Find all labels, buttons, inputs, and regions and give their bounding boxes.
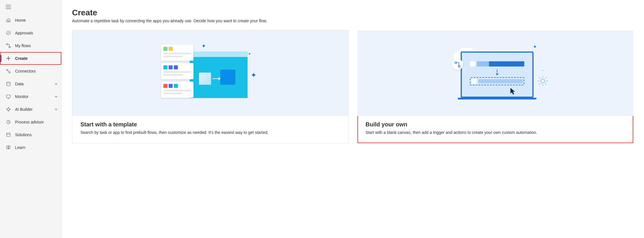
chevron-down-icon xyxy=(54,108,58,111)
sidebar-item-label: Monitor xyxy=(15,94,54,99)
monitor-icon xyxy=(6,94,11,99)
cursor-icon xyxy=(510,87,516,95)
sparkle-icon: ✦ xyxy=(248,51,251,56)
gear-icon xyxy=(536,75,549,87)
sparkle-icon: ✦ xyxy=(533,44,537,49)
connectors-icon xyxy=(6,69,11,74)
card-build-your-own[interactable]: ✦ ✦ Build your own Start with a blank ca… xyxy=(357,30,634,143)
sidebar-item-label: Home xyxy=(15,18,58,23)
create-options-row: ✦ ✦ ✦ Start with a template Search by ta… xyxy=(72,30,634,143)
svg-point-3 xyxy=(7,69,8,71)
svg-point-8 xyxy=(7,109,7,110)
home-icon xyxy=(6,18,11,23)
sidebar-item-label: AI Builder xyxy=(15,107,54,112)
sidebar-item-solutions[interactable]: Solutions xyxy=(0,128,61,141)
svg-rect-6 xyxy=(7,95,10,98)
sidebar-item-label: My flows xyxy=(15,43,58,48)
card-start-with-template[interactable]: ✦ ✦ ✦ Start with a template Search by ta… xyxy=(72,30,348,143)
chevron-down-icon xyxy=(54,82,58,86)
sidebar-item-create[interactable]: Create xyxy=(0,52,61,65)
svg-rect-15 xyxy=(455,62,457,63)
learn-icon xyxy=(6,145,11,150)
ai-builder-icon xyxy=(6,107,11,112)
sidebar-item-home[interactable]: Home xyxy=(0,14,61,27)
chevron-down-icon xyxy=(54,95,58,98)
sparkle-icon: ✦ xyxy=(251,71,257,79)
sidebar-item-learn[interactable]: Learn xyxy=(0,141,61,154)
hamburger-icon xyxy=(6,5,11,9)
sidebar-item-monitor[interactable]: Monitor xyxy=(0,90,61,103)
svg-point-5 xyxy=(7,82,10,83)
card-title: Build your own xyxy=(366,121,625,128)
process-advisor-icon xyxy=(6,119,11,125)
sidebar-item-label: Approvals xyxy=(15,31,58,35)
sidebar-item-approvals[interactable]: Approvals xyxy=(0,27,61,39)
sidebar-item-process-advisor[interactable]: Process advisor xyxy=(0,116,61,128)
sparkle-icon: ✦ xyxy=(542,69,544,72)
template-illustration: ✦ ✦ ✦ xyxy=(72,30,348,116)
svg-rect-1 xyxy=(6,44,8,45)
card-description: Search by task or app to find prebuilt f… xyxy=(80,130,340,136)
sidebar-item-label: Connectors xyxy=(15,69,58,73)
flows-icon xyxy=(6,43,11,48)
svg-rect-13 xyxy=(7,133,10,136)
sidebar-item-label: Data xyxy=(15,82,54,86)
svg-point-9 xyxy=(10,109,10,110)
flow-badge-icon xyxy=(452,59,463,70)
plus-icon xyxy=(6,56,11,61)
sidebar-item-label: Create xyxy=(15,56,58,61)
solutions-icon xyxy=(6,132,11,137)
card-title: Start with a template xyxy=(80,121,340,128)
hamburger-button[interactable] xyxy=(0,0,61,14)
svg-point-0 xyxy=(7,31,10,35)
sidebar-item-label: Process advisor xyxy=(15,120,58,124)
sidebar-item-connectors[interactable]: Connectors xyxy=(0,65,61,78)
main-content: Create Automate a repetitive task by con… xyxy=(62,0,644,238)
sidebar-item-ai-builder[interactable]: AI Builder xyxy=(0,103,61,116)
svg-point-14 xyxy=(541,79,545,83)
sidebar-item-label: Solutions xyxy=(15,132,58,137)
sparkle-icon: ✦ xyxy=(202,43,206,49)
approvals-icon xyxy=(6,30,11,36)
sidebar-item-my-flows[interactable]: My flows xyxy=(0,39,61,52)
card-description: Start with a blank canvas, then add a tr… xyxy=(366,130,625,136)
page-title: Create xyxy=(72,8,634,17)
svg-point-10 xyxy=(8,108,9,108)
sidebar: Home Approvals My flows Create Connector… xyxy=(0,0,62,238)
svg-rect-16 xyxy=(458,66,460,67)
svg-point-11 xyxy=(8,111,9,111)
build-illustration: ✦ ✦ xyxy=(357,30,633,116)
page-subtitle: Automate a repetitive task by connecting… xyxy=(72,19,634,23)
sidebar-item-label: Learn xyxy=(15,145,58,150)
data-icon xyxy=(6,81,11,86)
svg-point-7 xyxy=(7,108,10,110)
sidebar-item-data[interactable]: Data xyxy=(0,78,61,90)
svg-point-4 xyxy=(9,72,10,73)
